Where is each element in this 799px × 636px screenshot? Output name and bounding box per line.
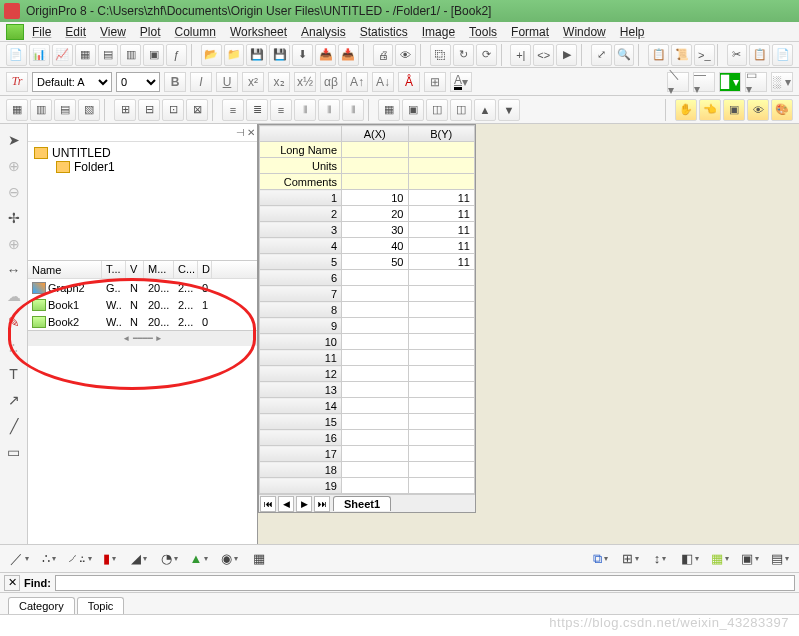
sheet-nav-next[interactable]: ▶ — [296, 496, 312, 512]
bold-button[interactable]: B — [164, 72, 186, 92]
data-cell[interactable]: 11 — [408, 254, 475, 270]
code-builder-button[interactable]: <> — [533, 44, 554, 66]
data-cell[interactable] — [408, 414, 475, 430]
pattern-button[interactable]: ░ ▾ — [771, 72, 793, 92]
explorer-pin-icon[interactable]: ⊣ — [236, 127, 245, 138]
meta-row-header[interactable]: Units — [260, 158, 342, 174]
data-cell[interactable] — [408, 366, 475, 382]
symbol-map-button[interactable]: ⊞ — [424, 72, 446, 92]
menu-file[interactable]: File — [32, 25, 51, 39]
snap-button[interactable]: ▣ — [402, 99, 424, 121]
arrange-4-button[interactable]: ⊠ — [186, 99, 208, 121]
row-header[interactable]: 7 — [260, 286, 342, 302]
arrow-tool[interactable]: ↗ — [4, 390, 24, 410]
import-multiple-button[interactable]: 📥 — [338, 44, 359, 66]
menu-statistics[interactable]: Statistics — [360, 25, 408, 39]
tab-category[interactable]: Category — [8, 597, 75, 614]
meta-cell[interactable] — [408, 174, 475, 190]
unmask-points-button[interactable]: 👈 — [699, 99, 721, 121]
duplicate-button[interactable]: ⿻ — [430, 44, 451, 66]
italic-button[interactable]: I — [190, 72, 212, 92]
font-color-button[interactable]: A ▾ — [450, 72, 472, 92]
copy-button[interactable]: 📋 — [749, 44, 770, 66]
ternary-plot-button[interactable]: ▣ — [737, 548, 763, 570]
col-header-a[interactable]: A(X) — [342, 126, 409, 142]
grid-button[interactable]: ▦ — [378, 99, 400, 121]
ungroup-button[interactable]: ◫ — [450, 99, 472, 121]
list-item[interactable]: Book2 W.. N 20... 2... 0 — [28, 313, 257, 330]
stat-plot-button[interactable]: ↕ — [647, 548, 673, 570]
add-column-button[interactable]: +| — [510, 44, 531, 66]
col-dep-header[interactable]: D — [198, 261, 212, 278]
col-modified-header[interactable]: M... — [144, 261, 174, 278]
meta-row-header[interactable]: Long Name — [260, 142, 342, 158]
arrange-1-button[interactable]: ⊞ — [114, 99, 136, 121]
data-cell[interactable] — [408, 430, 475, 446]
list-item[interactable]: Book1 W.. N 20... 2... 1 — [28, 296, 257, 313]
save-button[interactable]: 💾 — [246, 44, 267, 66]
line-plot-button[interactable]: ／ — [6, 548, 32, 570]
row-header[interactable]: 18 — [260, 462, 342, 478]
data-cell[interactable] — [408, 270, 475, 286]
row-header[interactable]: 17 — [260, 446, 342, 462]
align-middle-button[interactable]: ⫴ — [318, 99, 340, 121]
align-center-h-button[interactable]: ≣ — [246, 99, 268, 121]
column-plot-button[interactable]: ▮ — [96, 548, 122, 570]
data-cell[interactable] — [408, 398, 475, 414]
data-cell[interactable]: 50 — [342, 254, 409, 270]
rectangle-tool[interactable]: ▭ — [4, 442, 24, 462]
data-cell[interactable] — [408, 446, 475, 462]
print-button[interactable]: 🖨 — [373, 44, 394, 66]
row-header[interactable]: 12 — [260, 366, 342, 382]
subscript-button[interactable]: x₂ — [268, 72, 290, 92]
menu-image[interactable]: Image — [422, 25, 455, 39]
data-cell[interactable] — [408, 318, 475, 334]
change-mask-button[interactable]: 🎨 — [771, 99, 793, 121]
sheet-tab[interactable]: Sheet1 — [333, 496, 391, 511]
data-cell[interactable]: 11 — [408, 190, 475, 206]
meta-cell[interactable] — [408, 142, 475, 158]
mask-points-button[interactable]: ✋ — [675, 99, 697, 121]
data-cell[interactable] — [342, 398, 409, 414]
explorer-horizontal-scrollbar[interactable]: ◄ ━━━━ ► — [28, 330, 257, 346]
vector-plot-button[interactable]: ⊞ — [617, 548, 643, 570]
back-button[interactable]: ▼ — [498, 99, 520, 121]
template-lib-button[interactable]: ▦ — [246, 548, 272, 570]
3d-plot-button[interactable]: ▲ — [186, 548, 212, 570]
zoom-out-tool[interactable]: ⊖ — [4, 182, 24, 202]
col-created-header[interactable]: C... — [174, 261, 198, 278]
col-view-header[interactable]: V — [126, 261, 144, 278]
align-bottom-button[interactable]: ⫴ — [342, 99, 364, 121]
data-cell[interactable] — [342, 318, 409, 334]
insert-col-button[interactable]: ▧ — [78, 99, 100, 121]
find-input[interactable] — [55, 575, 795, 591]
row-header[interactable]: 11 — [260, 350, 342, 366]
row-header[interactable]: 1 — [260, 190, 342, 206]
data-cell[interactable] — [342, 350, 409, 366]
data-cell[interactable] — [342, 446, 409, 462]
spreadsheet-icon[interactable] — [6, 24, 24, 40]
insert-row-button[interactable]: ▤ — [54, 99, 76, 121]
pie-plot-button[interactable]: ◔ — [156, 548, 182, 570]
data-cell[interactable] — [408, 382, 475, 398]
print-preview-button[interactable]: 👁 — [395, 44, 416, 66]
data-cell[interactable] — [342, 334, 409, 350]
scatter-plot-button[interactable]: ∴ — [36, 548, 62, 570]
row-header[interactable]: 5 — [260, 254, 342, 270]
corner-cell[interactable] — [260, 126, 342, 142]
data-cell[interactable] — [342, 366, 409, 382]
surface-plot-button[interactable]: ▦ — [707, 548, 733, 570]
area-plot-button[interactable]: ◢ — [126, 548, 152, 570]
row-header[interactable]: 3 — [260, 222, 342, 238]
font-name-select[interactable]: Default: A — [32, 72, 112, 92]
hide-masked-button[interactable]: 👁 — [747, 99, 769, 121]
text-tool[interactable]: T — [4, 364, 24, 384]
underline-button[interactable]: U — [216, 72, 238, 92]
data-cell[interactable] — [342, 286, 409, 302]
align-top-button[interactable]: ⫴ — [294, 99, 316, 121]
data-cell[interactable]: 40 — [342, 238, 409, 254]
line-width-button[interactable]: — ▾ — [693, 72, 715, 92]
row-header[interactable]: 10 — [260, 334, 342, 350]
new-project-button[interactable]: 📄 — [6, 44, 27, 66]
menu-edit[interactable]: Edit — [65, 25, 86, 39]
